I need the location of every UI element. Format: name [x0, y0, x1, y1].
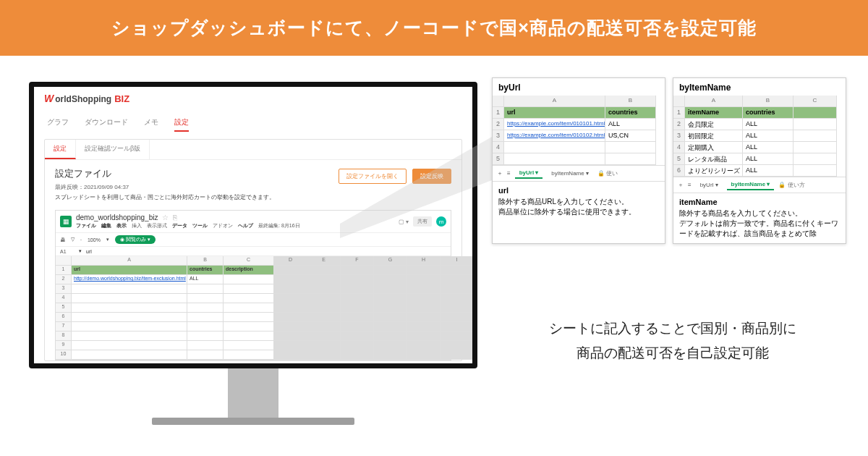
tab-memo[interactable]: メモ — [144, 117, 158, 132]
all-sheets-icon[interactable]: ≡ — [688, 182, 692, 188]
monitor: WorldShoppingBIZ グラフ ダウンロード メモ 設定 設定 設定確… — [29, 82, 477, 425]
tab-download[interactable]: ダウンロード — [85, 117, 128, 132]
mini-title: byItemName — [673, 78, 846, 96]
caption-text: 除外する商品名を入力してください。 デフォルトは前方一致です。商品名に付くキーワ… — [679, 209, 838, 237]
mini-title: byUrl — [493, 78, 665, 96]
print-icon[interactable]: 🖶 — [60, 237, 65, 242]
sheet-grid[interactable]: A B C D E F G H I 1 url countries — [56, 256, 451, 360]
section-title: 設定ファイル — [55, 167, 275, 180]
view-only-pill[interactable]: ◉ 閲覧のみ ▾ — [115, 235, 156, 244]
share-button[interactable]: 共有 — [413, 216, 432, 227]
section-description: スプレッドシートを利用して商品・国ごとに海外対応カートの挙動を設定できます。 — [55, 193, 275, 201]
filter-icon[interactable]: ▽ — [71, 237, 75, 242]
tab-byitemname[interactable]: byItemName ▾ — [727, 180, 775, 190]
cell-reference[interactable]: A1 — [60, 249, 75, 254]
sheets-icon: ▦ — [60, 216, 72, 227]
avatar[interactable]: m — [436, 216, 446, 227]
spreadsheet: ▦ demo_worldshopping_biz ☆ ⎘ ファイル 編集 — [55, 210, 451, 360]
caption-text: 除外する商品URLを入力してください。 商品単位に除外する場合に使用できます。 — [498, 198, 636, 216]
open-file-button[interactable]: 設定ファイルを開く — [339, 169, 407, 184]
caption-label: url — [498, 186, 659, 195]
last-edit: 最終編集: 8月16日 — [258, 222, 300, 229]
tab-byitemname[interactable]: byItemName ▾ — [547, 169, 593, 178]
reflect-button[interactable]: 設定反映 — [412, 169, 451, 184]
mini-byurl: byUrl AB 1urlcountries 2https://example.… — [492, 77, 665, 244]
sheet-name[interactable]: demo_worldshopping_biz — [76, 214, 158, 221]
subtab-check-tool[interactable]: 設定確認ツールβ版 — [76, 140, 150, 159]
tab-byurl[interactable]: byUrl ▾ — [515, 168, 543, 179]
brand-logo: WorldShoppingBIZ — [44, 93, 462, 104]
zoom-level[interactable]: 100% — [88, 237, 101, 242]
tab-byurl[interactable]: byUrl ▾ — [696, 180, 723, 190]
lock-icon: 🔒 使い — [597, 169, 618, 177]
caption-label: itemName — [679, 198, 840, 206]
lock-icon: 🔒 使い方 — [778, 181, 804, 189]
add-sheet-icon[interactable]: ＋ — [497, 169, 503, 177]
sheet-menu: ファイル 編集 表示 挿入 表示形式 データ ツール アドオン ヘルプ 最終 — [76, 222, 394, 229]
star-icon[interactable]: ☆ — [162, 214, 169, 221]
all-sheets-icon[interactable]: ≡ — [507, 170, 511, 177]
add-sheet-icon[interactable]: ＋ — [678, 181, 684, 189]
tab-graph[interactable]: グラフ — [47, 117, 69, 132]
url-cell[interactable]: http://demo.worldshopping.biz/item-exclu… — [72, 275, 187, 284]
summary-text: シートに記入することで国別・商品別に 商品の配送可否を自己設定可能 — [506, 316, 839, 366]
folder-icon[interactable]: ⎘ — [173, 214, 177, 221]
subtab-settings[interactable]: 設定 — [45, 140, 76, 159]
top-tabs: グラフ ダウンロード メモ 設定 — [34, 107, 472, 132]
last-reflected: 最終反映：2021/09/09 04:37 — [55, 183, 275, 191]
tab-settings[interactable]: 設定 — [174, 117, 189, 132]
hero-banner: ショップダッシュボードにて、ノーコードで国×商品の配送可否を設定可能 — [0, 0, 868, 56]
mini-byitemname: byItemName ABC 1itemNamecountries 2会員限定A… — [673, 77, 846, 244]
formula-value[interactable]: url — [86, 249, 92, 254]
present-icon[interactable]: ▢ ▾ — [399, 219, 409, 225]
